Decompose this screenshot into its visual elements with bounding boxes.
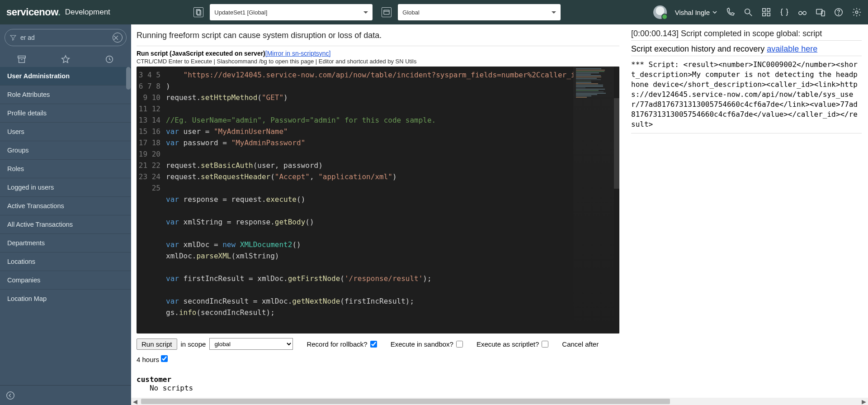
code-editor[interactable]: 3 4 5 6 7 8 9 10 11 12 13 14 15 16 17 18…	[137, 67, 619, 334]
phone-icon[interactable]	[725, 7, 735, 17]
customer-block: customer No scripts	[137, 375, 619, 392]
nav-scroll: User Administration Role AttributesProfi…	[0, 67, 131, 385]
divider	[631, 40, 862, 41]
sidebar-item[interactable]: Profile details	[0, 104, 131, 122]
divider	[631, 133, 862, 133]
hscroll-thumb[interactable]	[141, 399, 670, 404]
sidebar-item[interactable]: Users	[0, 122, 131, 141]
user-menu[interactable]: Vishal Ingle	[675, 9, 717, 16]
run-title: Run script (JavaScript executed on serve…	[137, 50, 619, 57]
sidebar-item[interactable]: All Active Transactions	[0, 215, 131, 233]
output-pane: [0:00:00.143] Script completed in scope …	[625, 24, 868, 405]
svg-rect-2	[384, 10, 389, 14]
svg-point-11	[803, 11, 806, 14]
env-label: Development	[65, 8, 110, 17]
warning-text: Running freeform script can cause system…	[137, 29, 619, 44]
caret-down-icon	[712, 10, 717, 14]
history-icon[interactable]	[104, 54, 114, 64]
output-body: *** Script: <result><number>INC0009002</…	[631, 60, 862, 129]
collapse-icon[interactable]	[5, 391, 15, 400]
nav-filter-text: er ad	[20, 34, 113, 41]
hscroll-left-arrow[interactable]: ◀	[131, 398, 139, 405]
star-icon[interactable]	[61, 54, 71, 64]
editor-minimap[interactable]	[573, 67, 614, 334]
svg-rect-7	[767, 9, 770, 11]
svg-rect-9	[767, 13, 770, 16]
left-nav: er ad User Administration Role Attribute…	[0, 24, 131, 405]
help-icon[interactable]	[834, 7, 844, 17]
sidebar-item[interactable]: Roles	[0, 159, 131, 178]
history-link[interactable]: available here	[767, 44, 817, 53]
sidebar-item[interactable]: Role Attributes	[0, 85, 131, 104]
brand-logo: servicenow.	[6, 6, 61, 18]
gear-icon[interactable]	[852, 7, 862, 17]
mirror-link[interactable]: [Mirror in sn-scriptsync]	[265, 50, 331, 57]
updateset-select[interactable]: UpdateSet1 [Global]	[210, 4, 373, 20]
nav-tabs	[0, 51, 131, 67]
braces-icon[interactable]	[779, 7, 789, 17]
devices-icon[interactable]	[816, 7, 826, 17]
nav-filter-clear[interactable]	[113, 33, 123, 43]
record-rollback-label: Record for rollback?	[307, 340, 377, 348]
sidebar-item[interactable]: Location Map	[0, 289, 131, 308]
glasses-icon[interactable]	[797, 7, 807, 17]
updateset-value: UpdateSet1 [Global]	[214, 9, 267, 16]
exec-scriptlet-label: Execute as scriptlet?	[476, 340, 548, 348]
updateset-picker-icon[interactable]	[193, 7, 203, 17]
search-icon[interactable]	[743, 7, 753, 17]
top-banner: servicenow. Development UpdateSet1 [Glob…	[0, 0, 868, 24]
scope-select[interactable]: global	[209, 338, 293, 350]
sidebar-item[interactable]: Groups	[0, 141, 131, 159]
svg-point-23	[7, 391, 14, 399]
editor-gutter: 3 4 5 6 7 8 9 10 11 12 13 14 15 16 17 18…	[137, 67, 166, 334]
svg-point-4	[745, 9, 750, 14]
nav-filter[interactable]: er ad	[5, 29, 127, 46]
in-scope-label: in scope	[181, 340, 206, 348]
header-tools	[725, 7, 862, 17]
history-line: Script execution history and recovery av…	[631, 44, 862, 54]
exec-sandbox-checkbox[interactable]	[456, 341, 463, 348]
sidebar-item[interactable]: Logged in users	[0, 178, 131, 196]
chevron-down-icon	[552, 11, 556, 16]
record-rollback-checkbox[interactable]	[370, 341, 377, 348]
sidebar-item[interactable]: Locations	[0, 252, 131, 271]
svg-line-5	[750, 14, 752, 16]
divider	[137, 46, 619, 46]
exec-scriptlet-checkbox[interactable]	[542, 341, 548, 348]
svg-rect-20	[19, 58, 25, 62]
content-area: Running freeform script can cause system…	[131, 24, 868, 405]
svg-point-10	[799, 11, 802, 14]
editor-vscroll[interactable]	[614, 67, 619, 334]
sidebar-item[interactable]: Departments	[0, 233, 131, 252]
exec-sandbox-label: Execute in sandbox?	[391, 340, 463, 348]
application-value: Global	[402, 9, 420, 16]
output-header: [0:00:00.143] Script completed in scope …	[631, 29, 862, 38]
archive-icon[interactable]	[17, 54, 27, 64]
cancel-after-row: 4 hours	[137, 355, 619, 363]
run-script-button[interactable]: Run script	[137, 338, 177, 350]
application-select[interactable]: Global	[398, 4, 561, 20]
nav-section-head[interactable]: User Administration	[0, 67, 131, 85]
editor-body[interactable]: "https://dev124045.service-now.com/api/n…	[166, 67, 573, 334]
application-picker-icon[interactable]	[382, 7, 392, 17]
chevron-down-icon	[363, 11, 368, 16]
sidebar-item[interactable]: Companies	[0, 271, 131, 289]
user-avatar[interactable]	[653, 5, 667, 19]
sidebar-item[interactable]: Active Transactions	[0, 196, 131, 215]
divider	[631, 56, 862, 56]
svg-rect-6	[763, 9, 765, 11]
filter-icon	[9, 34, 17, 41]
nav-scrollbar[interactable]	[126, 67, 131, 90]
svg-rect-8	[763, 13, 765, 16]
cancel-after-checkbox[interactable]	[161, 355, 168, 362]
run-hint: CTRL/CMD Enter to Execute | Slashcommand…	[137, 58, 619, 65]
svg-point-15	[838, 14, 839, 14]
svg-point-16	[855, 11, 858, 14]
grid-icon[interactable]	[761, 7, 771, 17]
cancel-after-label: Cancel after	[562, 340, 599, 348]
content-hscroll[interactable]: ◀ ▶	[131, 398, 868, 405]
hscroll-right-arrow[interactable]: ▶	[860, 398, 868, 405]
run-controls: Run script in scope global Record for ro…	[137, 334, 619, 353]
